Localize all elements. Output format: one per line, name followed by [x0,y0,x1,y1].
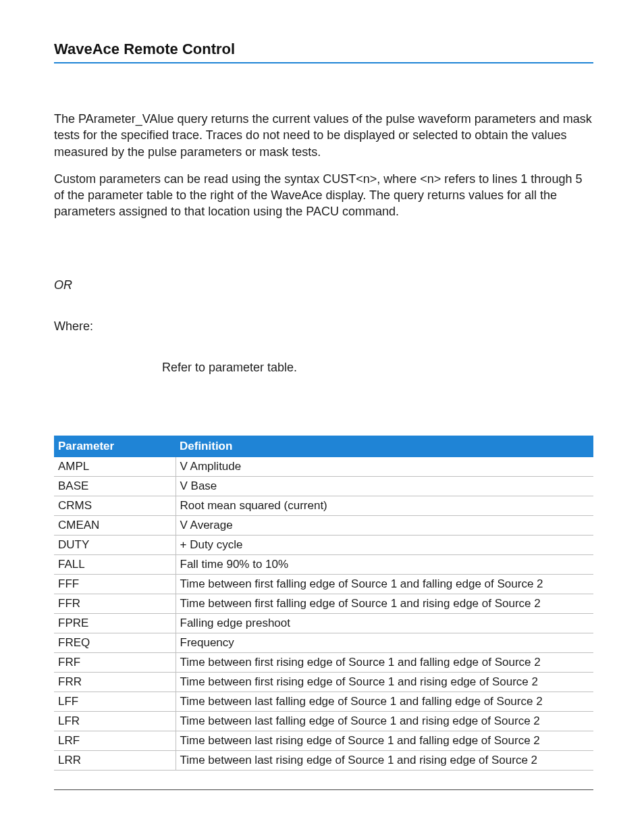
table-row: CMEANV Average [54,515,593,535]
definition-cell: Time between first rising edge of Source… [176,672,593,692]
param-cell: LFF [54,692,176,711]
or-label: OR [54,278,593,292]
param-cell: LRF [54,731,176,750]
definition-cell: Frequency [176,633,593,652]
param-cell: DUTY [54,535,176,554]
spacer [54,375,593,422]
definition-cell: Time between first rising edge of Source… [176,652,593,672]
definition-cell: Time between last rising edge of Source … [176,731,593,750]
table-row: AMPLV Amplitude [54,457,593,477]
param-cell: BASE [54,476,176,496]
spacer [54,422,593,436]
col-header-parameter: Parameter [54,436,176,457]
param-cell: FREQ [54,633,176,652]
refer-text: Refer to parameter table. [162,361,593,375]
definition-cell: + Duty cycle [176,535,593,554]
paragraph-1: The PArameter_VAlue query returns the cu… [54,111,593,160]
param-cell: CMEAN [54,515,176,535]
definition-cell: Time between last falling edge of Source… [176,692,593,711]
param-cell: LRR [54,750,176,770]
table-row: FFFTime between first falling edge of So… [54,574,593,594]
definition-cell: Time between last rising edge of Source … [176,750,593,770]
table-row: CRMSRoot mean squared (current) [54,496,593,515]
param-cell: AMPL [54,457,176,477]
definition-cell: Falling edge preshoot [176,613,593,633]
parameter-table: Parameter Definition AMPLV AmplitudeBASE… [54,436,593,771]
page-title: WaveAce Remote Control [54,41,593,58]
header-rule [54,62,593,63]
page: WaveAce Remote Control The PArameter_VAl… [0,0,644,817]
param-cell: FPRE [54,613,176,633]
param-cell: FALL [54,554,176,574]
table-row: LFRTime between last falling edge of Sou… [54,711,593,731]
col-header-definition: Definition [176,436,593,457]
definition-cell: Root mean squared (current) [176,496,593,515]
table-row: FRRTime between first rising edge of Sou… [54,672,593,692]
table-row: FRFTime between first rising edge of Sou… [54,652,593,672]
param-cell: CRMS [54,496,176,515]
definition-cell: Time between last falling edge of Source… [176,711,593,731]
table-row: FALLFall time 90% to 10% [54,554,593,574]
spacer [54,231,593,278]
paragraph-2: Custom parameters can be read using the … [54,171,593,220]
table-row: FREQFrequency [54,633,593,652]
definition-cell: V Amplitude [176,457,593,477]
definition-cell: Fall time 90% to 10% [176,554,593,574]
table-row: LRFTime between last rising edge of Sour… [54,731,593,750]
param-cell: FRF [54,652,176,672]
param-cell: FFF [54,574,176,594]
footer-rule [54,789,593,790]
definition-cell: V Base [176,476,593,496]
table-row: FFRTime between first falling edge of So… [54,594,593,613]
spacer [54,292,593,319]
table-row: DUTY+ Duty cycle [54,535,593,554]
definition-cell: V Average [176,515,593,535]
table-row: LFFTime between last falling edge of Sou… [54,692,593,711]
spacer [54,334,593,361]
definition-cell: Time between first falling edge of Sourc… [176,594,593,613]
table-header-row: Parameter Definition [54,436,593,457]
where-label: Where: [54,319,593,334]
table-row: FPREFalling edge preshoot [54,613,593,633]
param-cell: FFR [54,594,176,613]
table-row: LRRTime between last rising edge of Sour… [54,750,593,770]
param-cell: LFR [54,711,176,731]
definition-cell: Time between first falling edge of Sourc… [176,574,593,594]
param-cell: FRR [54,672,176,692]
table-row: BASEV Base [54,476,593,496]
